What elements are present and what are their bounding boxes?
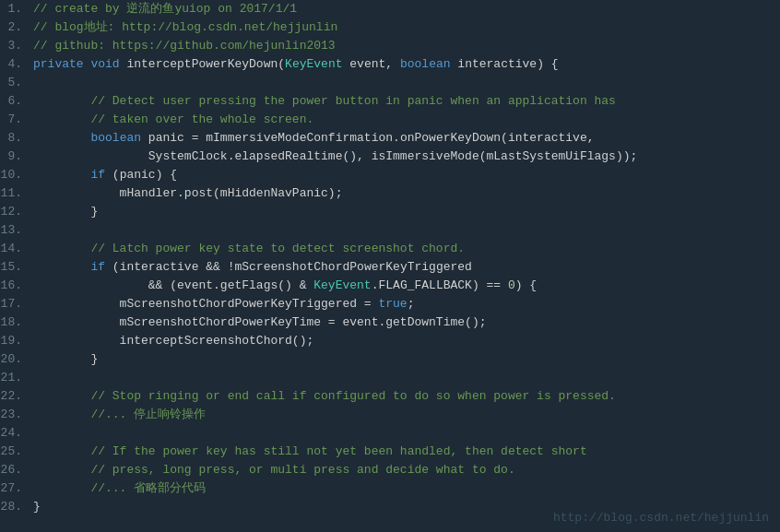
line-content: // Stop ringing or end call if configure… (33, 387, 780, 406)
token: && (event.getFlags() & (33, 278, 313, 292)
code-line: 13. (0, 221, 780, 240)
token: private (33, 57, 90, 71)
code-line: 10. if (panic) { (0, 166, 780, 184)
line-content: } (33, 203, 780, 221)
line-content: interceptScreenshotChord(); (33, 332, 780, 350)
token: .FLAG_FALLBACK) == (372, 278, 508, 292)
line-content: // press, long press, or multi press and… (33, 461, 780, 479)
line-content: } (33, 350, 780, 369)
line-content: //... 停止响铃操作 (33, 406, 780, 424)
line-content (33, 369, 780, 387)
token: // taken over the whole screen. (33, 112, 313, 126)
token: // press, long press, or multi press and… (33, 463, 515, 477)
token: } (33, 500, 41, 514)
token: } (33, 205, 98, 219)
token: panic = mImmersiveModeConfirmation.onPow… (141, 131, 594, 145)
code-line: 4.private void interceptPowerKeyDown(Key… (0, 55, 780, 74)
line-content: // taken over the whole screen. (33, 111, 780, 129)
code-line: 19. interceptScreenshotChord(); (0, 332, 780, 350)
token: ) { (515, 278, 537, 292)
line-content: // github: https://github.com/hejunlin20… (33, 37, 780, 55)
line-number: 19. (0, 332, 33, 350)
line-number: 15. (0, 258, 33, 277)
token: } (33, 352, 98, 366)
line-content: // blog地址: http://blog.csdn.net/hejjunli… (33, 18, 780, 37)
line-content: // create by 逆流的鱼yuiop on 2017/1/1 (33, 0, 780, 18)
line-number: 14. (0, 240, 33, 258)
line-number: 17. (0, 295, 33, 313)
token: // github: https://github.com/hejunlin20… (33, 39, 336, 53)
line-content: // If the power key has still not yet be… (33, 443, 780, 461)
code-container: 1.// create by 逆流的鱼yuiop on 2017/1/12.//… (0, 0, 780, 532)
code-line: 15. if (interactive && !mScreenshotChord… (0, 258, 780, 277)
line-content: //... 省略部分代码 (33, 479, 780, 498)
line-number: 8. (0, 129, 33, 148)
code-line: 3.// github: https://github.com/hejunlin… (0, 37, 780, 55)
token: KeyEvent (285, 57, 342, 71)
line-number: 16. (0, 277, 33, 295)
line-content: boolean panic = mImmersiveModeConfirmati… (33, 129, 780, 148)
code-line: 6. // Detect user pressing the power but… (0, 92, 780, 111)
line-content: SystemClock.elapsedRealtime(), isImmersi… (33, 148, 780, 166)
line-content: // Latch power key state to detect scree… (33, 240, 780, 258)
line-number: 3. (0, 37, 33, 55)
line-number: 23. (0, 406, 33, 424)
line-number: 12. (0, 203, 33, 221)
token: mScreenshotChordPowerKeyTriggered = (33, 297, 378, 311)
line-number: 21. (0, 369, 33, 387)
token: ; (408, 297, 415, 311)
token: //... 停止响铃操作 (33, 408, 206, 421)
token: // Stop ringing or end call if configure… (33, 389, 616, 403)
code-line: 1.// create by 逆流的鱼yuiop on 2017/1/1 (0, 0, 780, 18)
token (33, 168, 90, 182)
code-line: 5. (0, 74, 780, 92)
line-number: 20. (0, 350, 33, 369)
code-line: 12. } (0, 203, 780, 221)
code-line: 7. // taken over the whole screen. (0, 111, 780, 129)
code-line: 22. // Stop ringing or end call if confi… (0, 387, 780, 406)
token: // create by 逆流的鱼yuiop on 2017/1/1 (33, 2, 297, 16)
code-line: 17. mScreenshotChordPowerKeyTriggered = … (0, 295, 780, 313)
line-content (33, 74, 780, 92)
line-number: 11. (0, 184, 33, 203)
code-line: 8. boolean panic = mImmersiveModeConfirm… (0, 129, 780, 148)
line-content: mScreenshotChordPowerKeyTriggered = true… (33, 295, 780, 313)
token: // If the power key has still not yet be… (33, 444, 587, 458)
line-number: 6. (0, 92, 33, 111)
line-number: 7. (0, 111, 33, 129)
line-number: 5. (0, 74, 33, 92)
token: boolean (400, 57, 451, 71)
token: // blog地址: http://blog.csdn.net/hejjunli… (33, 20, 337, 34)
token: (interactive && !mScreenshotChordPowerKe… (105, 260, 472, 274)
code-line: 24. (0, 424, 780, 443)
line-number: 22. (0, 387, 33, 406)
line-content: private void interceptPowerKeyDown(KeyEv… (33, 55, 780, 74)
watermark: http://blog.csdn.net/hejjunlin (553, 511, 769, 525)
line-number: 27. (0, 479, 33, 498)
line-number: 25. (0, 443, 33, 461)
code-line: 25. // If the power key has still not ye… (0, 443, 780, 461)
line-content (33, 221, 780, 240)
code-line: 23. //... 停止响铃操作 (0, 406, 780, 424)
token: if (90, 260, 105, 274)
token: KeyEvent (313, 278, 371, 292)
line-content: && (event.getFlags() & KeyEvent.FLAG_FAL… (33, 277, 780, 295)
token: void (90, 57, 126, 71)
token: //... 省略部分代码 (33, 481, 206, 495)
token: if (90, 168, 105, 182)
code-line: 20. } (0, 350, 780, 369)
code-line: 2.// blog地址: http://blog.csdn.net/hejjun… (0, 18, 780, 37)
line-number: 2. (0, 18, 33, 37)
line-content: if (interactive && !mScreenshotChordPowe… (33, 258, 780, 277)
code-line: 16. && (event.getFlags() & KeyEvent.FLAG… (0, 277, 780, 295)
line-content (33, 424, 780, 443)
token: true (378, 297, 407, 311)
token: event, (343, 57, 400, 71)
code-line: 14. // Latch power key state to detect s… (0, 240, 780, 258)
line-number: 9. (0, 148, 33, 166)
token: interceptPowerKeyDown( (126, 57, 285, 71)
code-line: 11. mHandler.post(mHiddenNavPanic); (0, 184, 780, 203)
code-line: 9. SystemClock.elapsedRealtime(), isImme… (0, 148, 780, 166)
code-line: 21. (0, 369, 780, 387)
line-number: 1. (0, 0, 33, 18)
